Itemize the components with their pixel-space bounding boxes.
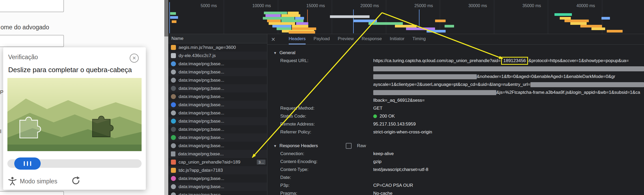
tab-headers[interactable]: Headers: [289, 34, 306, 44]
network-request-row[interactable]: dy-ele.436cc2c7.js: [168, 52, 267, 60]
network-request-row[interactable]: data:image/png;base...: [168, 68, 267, 76]
image-data-icon: [171, 176, 176, 181]
network-request-row[interactable]: data:image/png;base...: [168, 109, 267, 117]
waterfall-bar: [289, 31, 315, 34]
request-url-line: ayscale=1&clientype=2&userLanguage=pt&ca…: [373, 81, 644, 89]
refresh-icon[interactable]: [71, 176, 80, 185]
network-request-row[interactable]: data:image/png;base...: [168, 191, 267, 195]
request-details-pane: ✕ HeadersPayloadPreviewResponseInitiator…: [267, 34, 644, 195]
raw-checkbox[interactable]: [346, 143, 352, 149]
waterfall-bar: [272, 25, 291, 27]
network-request-row[interactable]: aegis.min.js?max_age=3600: [168, 43, 267, 52]
pragma-label: Pragma:: [280, 189, 373, 195]
tab-response[interactable]: Response: [362, 34, 382, 44]
general-section-toggle[interactable]: ▼ General: [273, 49, 644, 57]
network-request-row[interactable]: data:image/png;base...: [168, 84, 267, 92]
network-overview-timeline[interactable]: 5000 ms10000 ms15000 ms20000 ms25000 ms3…: [168, 0, 644, 34]
network-request-row[interactable]: data:image/png;base...: [168, 117, 267, 125]
p3p-value: CP=CAO PSA OUR: [373, 182, 644, 189]
accessibility-icon[interactable]: [8, 176, 17, 185]
network-request-row[interactable]: tdc.js?app_data=7183: [168, 166, 267, 174]
page-scrollbar[interactable]: [164, 0, 168, 195]
response-headers-section-toggle[interactable]: ▼ Response Headers Raw: [273, 142, 644, 150]
network-request-row[interactable]: data:image/png;base...: [168, 133, 267, 142]
form-input-top[interactable]: [0, 0, 64, 12]
request-name: data:image/png;base...: [179, 135, 224, 140]
general-fields: Request URL:https://ca.turing.captcha.qc…: [273, 57, 644, 136]
redacted-bar: [373, 74, 477, 79]
request-method-label: Request Method:: [280, 104, 373, 112]
captcha-puzzle-image: [7, 78, 142, 151]
page-scrollbar-thumb[interactable]: [164, 0, 168, 36]
network-request-row[interactable]: data:image/png;base...: [168, 92, 267, 101]
content-type-label: Content-Type:: [280, 166, 373, 174]
network-request-list: Name aegis.min.js?max_age=3600dy-ele.436…: [168, 34, 267, 195]
form-field-label: ome do advogado: [1, 24, 49, 31]
url-text: llback=_aq_66912&sess=: [373, 96, 425, 104]
request-name: data:image/png;base...: [179, 119, 224, 124]
waterfall-bar: [170, 16, 178, 19]
timeline-ruler-label: 20000 ms: [360, 3, 386, 8]
waterfall-bar: [265, 14, 281, 17]
p3p-row: P3p:CP=CAO PSA OUR: [273, 182, 644, 189]
timeline-ruler-label: 30000 ms: [468, 3, 494, 8]
content-encoding-row: Content-Encoding:gzip: [273, 158, 644, 166]
network-request-row[interactable]: data:image/png;base...: [168, 76, 267, 84]
waterfall-bar: [172, 20, 176, 23]
tab-payload[interactable]: Payload: [314, 34, 330, 44]
name-column-header[interactable]: Name: [168, 34, 267, 43]
aid-value-highlight: 189123456: [501, 57, 528, 65]
tab-timing[interactable]: Timing: [412, 34, 426, 44]
puzzle-piece-target-outline: [20, 117, 41, 138]
request-name: data:image/png;base...: [179, 94, 224, 99]
timeline-ruler-label: 15000 ms: [306, 3, 332, 8]
date-row: Date:: [273, 174, 644, 182]
image-data-icon: [171, 102, 176, 107]
network-request-row[interactable]: data:image/png;base...: [168, 142, 267, 150]
network-request-row[interactable]: data:image/png;base...: [168, 101, 267, 109]
close-icon[interactable]: ✕: [130, 54, 139, 63]
form-input-bottom[interactable]: [0, 191, 64, 195]
request-url-label: Request URL:: [280, 57, 373, 65]
puzzle-piece-dark: [92, 116, 113, 137]
image-data-icon: [171, 184, 176, 189]
waterfall-bar: [170, 12, 176, 15]
network-request-row[interactable]: cap_union_prehandle?aid=1893...: [168, 158, 267, 166]
request-name: dy-ele.436cc2c7.js: [179, 53, 216, 58]
url-text: &js=%2Ftcaptcha-frame.a3b4aa9f.js&login_…: [496, 89, 640, 96]
network-request-row[interactable]: data:image/png;base...: [168, 183, 267, 191]
simple-mode-link[interactable]: Modo simples: [20, 178, 57, 185]
request-name: data:image/png;base...: [179, 110, 224, 116]
referrer-policy-label: Referrer Policy:: [280, 128, 373, 136]
status-dot: [373, 114, 377, 118]
image-data-icon: [171, 86, 176, 91]
timeline-gridline: [386, 0, 386, 34]
close-details-icon[interactable]: ✕: [271, 36, 276, 43]
network-request-row[interactable]: data:image/png;base...: [168, 174, 267, 183]
waterfall-bar: [591, 27, 605, 30]
image-file-icon: [171, 151, 175, 156]
tab-preview[interactable]: Preview: [338, 34, 353, 44]
captcha-slider-thumb[interactable]: [14, 157, 41, 170]
url-text: https://ca.turing.captcha.qcloud.com/cap…: [373, 57, 501, 65]
request-name: data:image/png;base...: [179, 184, 224, 189]
redacted-bar: [530, 82, 644, 87]
waterfall-bar: [445, 25, 454, 27]
waterfall-bar: [580, 25, 602, 27]
tab-initiator[interactable]: Initiator: [390, 34, 405, 44]
image-data-icon: [171, 135, 176, 140]
image-data-icon: [171, 94, 176, 99]
general-section-title: General: [279, 50, 295, 55]
network-request-row[interactable]: data:image/png;base...: [168, 125, 267, 133]
request-method-value: GET: [373, 104, 644, 112]
timeline-gridline: [440, 0, 440, 34]
content-type-row: Content-Type:text/javascript;charset=utf…: [273, 166, 644, 174]
waterfall-bar: [601, 17, 610, 20]
redacted-bar: [373, 66, 644, 71]
timeline-gridline: [548, 0, 548, 34]
network-request-row[interactable]: data:image/png;base...: [168, 150, 267, 158]
network-request-row[interactable]: data:image/png;base...: [168, 60, 267, 68]
timeline-event-line: [419, 10, 419, 26]
request-url-row: Request URL:https://ca.turing.captcha.qc…: [273, 57, 644, 104]
form-input-middle[interactable]: [0, 35, 64, 47]
